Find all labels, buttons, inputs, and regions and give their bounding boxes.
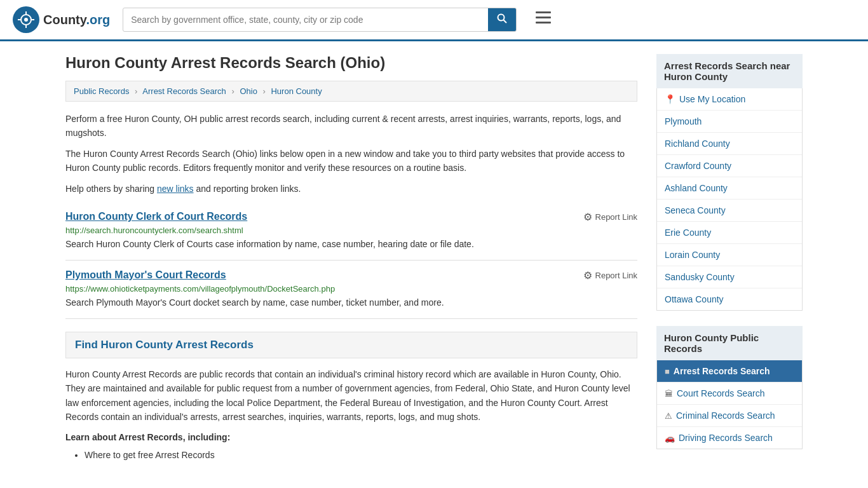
learn-heading: Learn about Arrest Records, including: <box>65 432 637 442</box>
breadcrumb-arrest-records[interactable]: Arrest Records Search <box>142 86 226 96</box>
breadcrumb-public-records[interactable]: Public Records <box>74 86 129 96</box>
sidebar-link-1[interactable]: Richland County <box>657 133 802 154</box>
breadcrumb-ohio[interactable]: Ohio <box>240 86 257 96</box>
record-title-0[interactable]: Huron County Clerk of Court Records <box>65 211 247 222</box>
page-title: Huron County Arrest Records Search (Ohio… <box>65 54 637 72</box>
breadcrumb-sep-1: › <box>135 86 137 96</box>
record-title-1[interactable]: Plymouth Mayor's Court Records <box>65 269 226 281</box>
use-location-label: Use My Location <box>679 94 745 104</box>
intro-paragraph-2: The Huron County Arrest Records Search (… <box>65 147 637 175</box>
site-header: County.org <box>0 0 868 41</box>
pr-icon-0: ■ <box>665 367 670 376</box>
find-body-text: Huron County Arrest Records are public r… <box>65 367 637 424</box>
intro3-pre-text: Help others by sharing <box>65 184 157 194</box>
sidebar-item-2[interactable]: Crawford County <box>657 155 802 177</box>
list-item: Where to get free Arrest Records <box>85 447 637 463</box>
record-desc-0: Search Huron County Clerk of Courts case… <box>65 238 637 251</box>
logo-suffix: .org <box>86 13 110 27</box>
svg-line-8 <box>504 20 507 24</box>
report-link-btn-0[interactable]: ⚙ Report Link <box>583 211 637 223</box>
sidebar-link-5[interactable]: Erie County <box>657 222 802 243</box>
record-url-1: https://www.ohioticketpayments.com/villa… <box>65 284 637 294</box>
record-block-1: Plymouth Mayor's Court Records ⚙ Report … <box>65 261 637 319</box>
sidebar-public-records-title: Huron County Public Records <box>656 326 803 360</box>
sidebar-public-records-list: ■ Arrest Records Search 🏛 Court Records … <box>656 360 803 449</box>
site-logo[interactable]: County.org <box>13 6 110 33</box>
sidebar-link-6[interactable]: Lorain County <box>657 244 802 266</box>
svg-point-2 <box>24 18 28 22</box>
sidebar-nearby-list: 📍 Use My Location Plymouth Richland Coun… <box>656 88 803 311</box>
sidebar-nearby-title: Arrest Records Search near Huron County <box>656 54 803 88</box>
record-block-0: Huron County Clerk of Court Records ⚙ Re… <box>65 202 637 261</box>
sidebar-link-4[interactable]: Seneca County <box>657 200 802 221</box>
record-header-0: Huron County Clerk of Court Records ⚙ Re… <box>65 211 637 223</box>
record-desc-1: Search Plymouth Mayor's Court docket sea… <box>65 296 637 309</box>
sidebar-item-4[interactable]: Seneca County <box>657 200 802 222</box>
sidebar-link-3[interactable]: Ashland County <box>657 177 802 199</box>
sidebar-pr-item-0[interactable]: ■ Arrest Records Search <box>657 360 802 383</box>
pr-label-0: Arrest Records Search <box>674 366 770 376</box>
pr-icon-1: 🏛 <box>665 389 673 398</box>
use-location-link[interactable]: 📍 Use My Location <box>657 88 802 110</box>
report-label-1: Report Link <box>595 271 637 280</box>
svg-rect-11 <box>536 22 551 24</box>
sidebar-public-records-section: Huron County Public Records ■ Arrest Rec… <box>656 326 803 449</box>
intro-paragraph-3: Help others by sharing new links and rep… <box>65 182 637 196</box>
report-label-0: Report Link <box>595 212 637 222</box>
sidebar-pr-link-3[interactable]: 🚗 Driving Records Search <box>657 427 802 449</box>
sidebar-link-8[interactable]: Ottawa County <box>657 288 802 310</box>
find-section-heading: Find Huron County Arrest Records <box>65 332 637 358</box>
find-heading-pre: Find Huron County <box>75 339 175 351</box>
breadcrumb-huron-county[interactable]: Huron County <box>271 86 322 96</box>
search-bar <box>123 8 517 32</box>
pr-icon-2: ⚠ <box>665 411 672 421</box>
sidebar-pr-link-2[interactable]: ⚠ Criminal Records Search <box>657 405 802 426</box>
pr-label-1: Court Records Search <box>677 388 765 398</box>
sidebar-use-location[interactable]: 📍 Use My Location <box>657 88 802 111</box>
sidebar-item-1[interactable]: Richland County <box>657 133 802 155</box>
report-icon-1: ⚙ <box>583 269 592 281</box>
sidebar-link-0[interactable]: Plymouth <box>657 111 802 132</box>
sidebar-pr-link-1[interactable]: 🏛 Court Records Search <box>657 383 802 404</box>
report-icon-0: ⚙ <box>583 211 592 223</box>
record-url-0: http://search.huroncountyclerk.com/searc… <box>65 226 637 235</box>
pin-icon: 📍 <box>665 94 675 104</box>
sidebar-pr-item-3[interactable]: 🚗 Driving Records Search <box>657 427 802 449</box>
sidebar-pr-link-0[interactable]: ■ Arrest Records Search <box>657 360 802 382</box>
intro3-post-text: and reporting broken links. <box>194 184 301 194</box>
sidebar-pr-item-1[interactable]: 🏛 Court Records Search <box>657 383 802 405</box>
svg-rect-10 <box>536 17 551 18</box>
sidebar-item-8[interactable]: Ottawa County <box>657 288 802 310</box>
svg-rect-9 <box>536 11 551 13</box>
sidebar-item-0[interactable]: Plymouth <box>657 111 802 133</box>
pr-icon-3: 🚗 <box>665 433 675 443</box>
logo-icon <box>13 6 39 33</box>
record-header-1: Plymouth Mayor's Court Records ⚙ Report … <box>65 269 637 281</box>
main-container: Huron County Arrest Records Search (Ohio… <box>53 41 815 477</box>
new-links-link[interactable]: new links <box>157 184 194 194</box>
logo-text: County.org <box>43 13 110 27</box>
pr-label-3: Driving Records Search <box>679 433 773 443</box>
sidebar-item-3[interactable]: Ashland County <box>657 177 802 200</box>
sidebar-link-2[interactable]: Crawford County <box>657 155 802 177</box>
svg-point-7 <box>498 15 505 21</box>
report-link-btn-1[interactable]: ⚙ Report Link <box>583 269 637 281</box>
search-input[interactable] <box>123 10 488 30</box>
sidebar-pr-item-2[interactable]: ⚠ Criminal Records Search <box>657 405 802 427</box>
sidebar: Arrest Records Search near Huron County … <box>656 54 803 464</box>
sidebar-item-6[interactable]: Lorain County <box>657 244 802 266</box>
sidebar-item-5[interactable]: Erie County <box>657 222 802 244</box>
intro-paragraph-1: Perform a free Huron County, OH public a… <box>65 112 637 140</box>
pr-label-2: Criminal Records Search <box>676 410 775 421</box>
learn-list: Where to get free Arrest Records <box>65 447 637 463</box>
breadcrumb: Public Records › Arrest Records Search ›… <box>65 81 637 102</box>
sidebar-item-7[interactable]: Sandusky County <box>657 266 802 288</box>
breadcrumb-sep-3: › <box>263 86 266 96</box>
content-area: Huron County Arrest Records Search (Ohio… <box>65 54 637 464</box>
find-heading-highlight: Arrest Records <box>175 339 254 351</box>
breadcrumb-sep-2: › <box>231 86 234 96</box>
sidebar-link-7[interactable]: Sandusky County <box>657 266 802 288</box>
menu-icon[interactable] <box>536 11 551 28</box>
sidebar-nearby-section: Arrest Records Search near Huron County … <box>656 54 803 311</box>
search-button[interactable] <box>488 8 516 31</box>
